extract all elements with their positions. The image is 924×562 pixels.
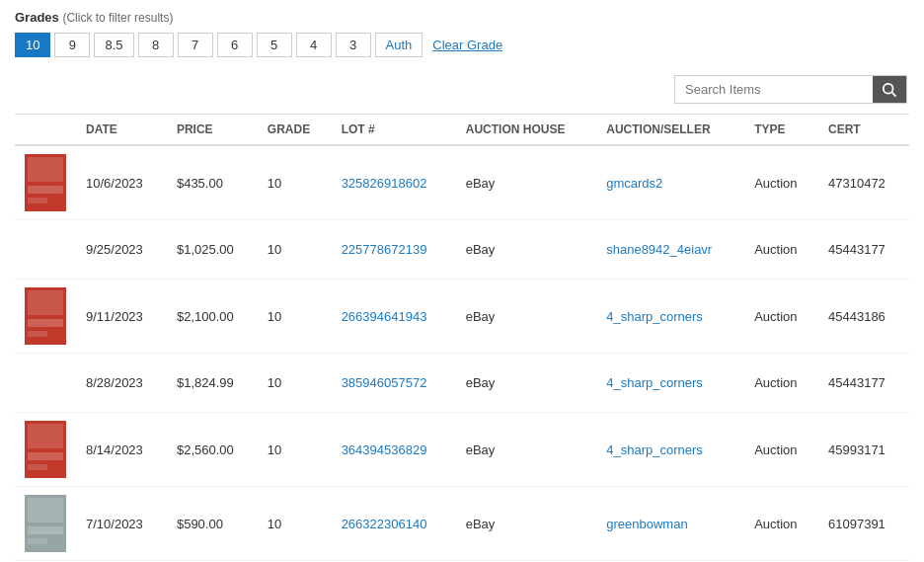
cell-date: 10/6/2023	[76, 145, 167, 220]
cell-grade: 10	[258, 354, 332, 413]
table-row: 10/6/2023$435.0010325826918602eBaygmcard…	[15, 145, 909, 220]
cell-type: Auction	[744, 220, 818, 280]
cell-lot[interactable]: 225778672139	[332, 220, 456, 280]
search-icon	[883, 83, 896, 97]
cell-lot[interactable]: 266322306140	[332, 487, 456, 561]
svg-rect-7	[28, 331, 47, 337]
grade-btn-10[interactable]: 10	[15, 33, 50, 57]
cell-price: $1,025.00	[167, 220, 258, 280]
cell-seller[interactable]: greenbowman	[596, 487, 744, 561]
table-row: 8/14/2023$2,560.0010364394536829eBay4_sh…	[15, 413, 909, 487]
svg-rect-6	[28, 319, 63, 327]
grade-btn-9[interactable]: 9	[54, 33, 90, 57]
svg-rect-13	[28, 498, 63, 522]
cell-type: Auction	[744, 413, 818, 487]
cell-seller[interactable]: shane8942_4eiavr	[596, 220, 744, 280]
thumb-cell	[15, 487, 76, 561]
table-row: 7/10/2023$590.0010266322306140eBaygreenb…	[15, 487, 909, 561]
cell-date: 7/10/2023	[76, 487, 167, 561]
col-thumb	[15, 115, 76, 146]
cell-date: 9/11/2023	[76, 280, 167, 354]
cell-price: $1,824.99	[167, 354, 258, 413]
col-lot: LOT #	[332, 115, 456, 146]
cell-grade: 10	[258, 220, 332, 280]
grade-btn-3[interactable]: 3	[336, 33, 371, 57]
cell-cert: 45993171	[818, 413, 909, 487]
cell-cert: 61097391	[818, 487, 909, 561]
cell-auction-house: eBay	[456, 220, 597, 280]
col-grade: GRADE	[258, 115, 332, 146]
grade-btn-6[interactable]: 6	[217, 33, 253, 57]
grade-btn-8-5[interactable]: 8.5	[94, 33, 133, 57]
cell-price: $435.00	[167, 145, 258, 220]
svg-rect-15	[28, 538, 47, 544]
seller-link[interactable]: 4_sharp_corners	[606, 309, 703, 324]
lot-link[interactable]: 364394536829	[342, 442, 427, 457]
cell-lot[interactable]: 266394641943	[332, 280, 456, 354]
grade-btn-4[interactable]: 4	[296, 33, 332, 57]
lot-link[interactable]: 266322306140	[342, 517, 427, 531]
grade-btn-5[interactable]: 5	[257, 33, 292, 57]
cell-auction-house: eBay	[456, 354, 597, 413]
thumb-cell	[15, 354, 76, 413]
col-type: TYPE	[744, 115, 818, 146]
grades-header: Grades (Click to filter results)	[15, 10, 909, 25]
cell-price: $2,100.00	[167, 280, 258, 354]
col-price: PRICE	[167, 115, 258, 146]
lot-link[interactable]: 325826918602	[342, 176, 427, 191]
svg-rect-3	[28, 198, 47, 203]
cell-grade: 10	[258, 413, 332, 487]
grades-title: Grades	[15, 10, 59, 25]
cell-grade: 10	[258, 487, 332, 561]
search-button[interactable]	[873, 76, 906, 103]
cell-cert: 45443177	[818, 220, 909, 280]
clear-grade-button[interactable]: Clear Grade	[426, 34, 508, 56]
cell-auction-house: eBay	[456, 280, 597, 354]
col-cert: CERT	[818, 115, 909, 146]
cell-type: Auction	[744, 487, 818, 561]
cell-lot[interactable]: 385946057572	[332, 354, 456, 413]
table-row: 8/28/2023$1,824.9910385946057572eBay4_sh…	[15, 354, 909, 413]
cell-date: 8/14/2023	[76, 413, 167, 487]
cell-seller[interactable]: 4_sharp_corners	[596, 413, 744, 487]
seller-link[interactable]: 4_sharp_corners	[606, 375, 703, 390]
thumb-cell	[15, 220, 76, 280]
lot-link[interactable]: 385946057572	[342, 375, 427, 390]
svg-rect-5	[28, 290, 63, 315]
grade-btn-7[interactable]: 7	[178, 33, 213, 57]
cell-seller[interactable]: gmcards2	[596, 145, 744, 220]
seller-link[interactable]: 4_sharp_corners	[606, 442, 703, 457]
card-thumbnail	[25, 287, 66, 345]
grade-btn-auth[interactable]: Auth	[375, 33, 424, 57]
search-wrapper	[674, 75, 907, 104]
cell-lot[interactable]: 364394536829	[332, 413, 456, 487]
lot-link[interactable]: 225778672139	[342, 242, 427, 257]
cell-grade: 10	[258, 280, 332, 354]
cell-seller[interactable]: 4_sharp_corners	[596, 354, 744, 413]
grade-buttons-container: 10 9 8.5 8 7 6 5 4 3 Auth Clear Grade	[15, 33, 909, 57]
cell-seller[interactable]: 4_sharp_corners	[596, 280, 744, 354]
card-thumbnail	[25, 154, 66, 211]
cell-cert: 47310472	[818, 145, 909, 220]
seller-link[interactable]: shane8942_4eiavr	[606, 242, 712, 257]
grade-btn-8[interactable]: 8	[138, 33, 174, 57]
cell-lot[interactable]: 325826918602	[332, 145, 456, 220]
grades-subtitle: (Click to filter results)	[62, 11, 173, 25]
lot-link[interactable]: 266394641943	[342, 309, 427, 324]
svg-rect-2	[28, 186, 63, 194]
svg-rect-11	[28, 464, 47, 470]
thumb-cell	[15, 280, 76, 354]
thumb-cell	[15, 413, 76, 487]
cell-auction-house: eBay	[456, 145, 597, 220]
search-area	[15, 75, 909, 104]
seller-link[interactable]: greenbowman	[606, 517, 687, 531]
page-container: Grades (Click to filter results) 10 9 8.…	[0, 0, 924, 562]
cell-cert: 45443177	[818, 354, 909, 413]
cell-type: Auction	[744, 145, 818, 220]
cell-auction-house: eBay	[456, 487, 597, 561]
search-input[interactable]	[675, 76, 873, 103]
cell-price: $2,560.00	[167, 413, 258, 487]
thumb-cell	[15, 145, 76, 220]
svg-rect-10	[28, 452, 63, 460]
seller-link[interactable]: gmcards2	[606, 176, 662, 191]
